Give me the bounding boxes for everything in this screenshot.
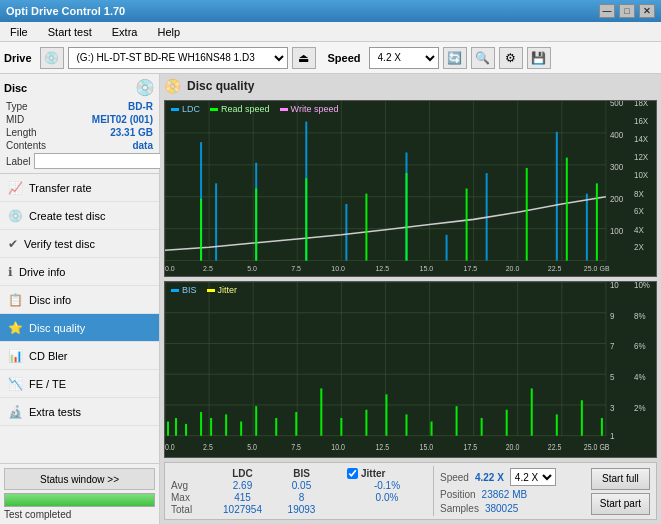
svg-text:10.0: 10.0 xyxy=(331,265,345,273)
sidebar-item-label-create-test: Create test disc xyxy=(29,210,105,222)
position-label: Position xyxy=(440,489,476,500)
chart-bottom-svg: 10 9 7 5 3 1 10% 8% 6% 4% 2% xyxy=(165,282,656,457)
refresh-button[interactable]: 🔄 xyxy=(443,47,467,69)
avg-bis: 0.05 xyxy=(274,480,329,491)
svg-rect-100 xyxy=(365,410,367,436)
samples-label: Samples xyxy=(440,503,479,514)
disc-length-value: 23.31 GB xyxy=(110,127,153,138)
menu-extra[interactable]: Extra xyxy=(106,24,144,40)
disc-length-label: Length xyxy=(6,127,37,138)
sidebar-item-cd-bler[interactable]: 📊 CD Bler xyxy=(0,342,159,370)
scan-button[interactable]: 🔍 xyxy=(471,47,495,69)
settings-button[interactable]: ⚙ xyxy=(499,47,523,69)
jitter-legend-label: Jitter xyxy=(218,285,238,295)
speed-label: Speed xyxy=(328,52,361,64)
sidebar-item-fe-te[interactable]: 📉 FE / TE xyxy=(0,370,159,398)
content-area: 📀 Disc quality LDC Read speed xyxy=(160,74,661,524)
legend-read-speed: Read speed xyxy=(210,104,270,114)
disc-quality-panel: 📀 Disc quality LDC Read speed xyxy=(160,74,661,524)
svg-rect-50 xyxy=(586,194,588,261)
read-speed-legend-dot xyxy=(210,108,218,111)
panel-title-text: Disc quality xyxy=(187,79,254,93)
menu-file[interactable]: File xyxy=(4,24,34,40)
svg-rect-89 xyxy=(175,418,177,436)
sidebar-item-extra-tests[interactable]: 🔬 Extra tests xyxy=(0,398,159,426)
svg-text:15.0: 15.0 xyxy=(420,442,434,452)
progress-bar-container xyxy=(4,493,155,507)
svg-text:3: 3 xyxy=(610,402,615,413)
menu-bar: File Start test Extra Help xyxy=(0,22,661,42)
svg-text:300: 300 xyxy=(610,163,624,172)
disc-icon: 💿 xyxy=(135,78,155,97)
total-jitter xyxy=(347,504,427,515)
sidebar-item-disc-quality[interactable]: ⭐ Disc quality xyxy=(0,314,159,342)
right-stats: Speed 4.22 X 4.2 X Position 23862 MB Sam… xyxy=(440,468,556,514)
disc-quality-icon: ⭐ xyxy=(8,321,23,335)
jitter-checkbox[interactable] xyxy=(347,468,358,479)
disc-mid-row: MID MEIT02 (001) xyxy=(4,114,155,125)
svg-text:7.5: 7.5 xyxy=(291,265,301,273)
menu-start-test[interactable]: Start test xyxy=(42,24,98,40)
write-speed-legend-label: Write speed xyxy=(291,104,339,114)
sidebar-item-label-cd-bler: CD Bler xyxy=(29,350,68,362)
eject-button[interactable]: ⏏ xyxy=(292,47,316,69)
chart-bottom-legend: BIS Jitter xyxy=(171,285,237,295)
maximize-button[interactable]: □ xyxy=(619,4,635,18)
status-text: Test completed xyxy=(4,509,155,520)
panel-title-icon: 📀 xyxy=(164,78,181,94)
save-button[interactable]: 💾 xyxy=(527,47,551,69)
avg-jitter: -0.1% xyxy=(347,480,427,491)
drive-info-icon: ℹ xyxy=(8,265,13,279)
svg-text:2%: 2% xyxy=(634,402,646,413)
sidebar-item-drive-info[interactable]: ℹ Drive info xyxy=(0,258,159,286)
max-bis: 8 xyxy=(274,492,329,503)
start-full-button[interactable]: Start full xyxy=(591,468,650,490)
avg-ldc: 2.69 xyxy=(215,480,270,491)
position-value: 23862 MB xyxy=(482,489,528,500)
disc-label-input[interactable] xyxy=(34,153,167,169)
speed-row: Speed 4.22 X 4.2 X xyxy=(440,468,556,486)
cd-bler-icon: 📊 xyxy=(8,349,23,363)
progress-bar-fill xyxy=(5,494,154,506)
sidebar-item-transfer-rate[interactable]: 📈 Transfer rate xyxy=(0,174,159,202)
svg-rect-54 xyxy=(365,194,367,261)
start-part-button[interactable]: Start part xyxy=(591,493,650,515)
svg-text:7.5: 7.5 xyxy=(291,442,301,452)
svg-rect-52 xyxy=(255,189,257,261)
sidebar-item-disc-info[interactable]: 📋 Disc info xyxy=(0,286,159,314)
svg-rect-109 xyxy=(581,400,583,435)
window-controls[interactable]: — □ ✕ xyxy=(599,4,655,18)
disc-contents-label: Contents xyxy=(6,140,46,151)
svg-text:6X: 6X xyxy=(634,207,644,216)
sidebar-item-verify-test-disc[interactable]: ✔ Verify test disc xyxy=(0,230,159,258)
sidebar-item-label-disc-info: Disc info xyxy=(29,294,71,306)
disc-mid-label: MID xyxy=(6,114,24,125)
status-window-button[interactable]: Status window >> xyxy=(4,468,155,490)
svg-text:9: 9 xyxy=(610,310,615,321)
chart-top-svg: 500 400 300 200 100 18X 16X 14X 12X 10X … xyxy=(165,101,656,276)
jitter-label: Jitter xyxy=(361,468,385,479)
svg-text:0.0: 0.0 xyxy=(165,442,175,452)
svg-text:5.0: 5.0 xyxy=(247,442,257,452)
drive-label: Drive xyxy=(4,52,32,64)
svg-rect-105 xyxy=(481,418,483,436)
svg-text:15.0: 15.0 xyxy=(420,265,434,273)
svg-rect-42 xyxy=(215,183,217,260)
menu-help[interactable]: Help xyxy=(151,24,186,40)
sidebar-item-create-test-disc[interactable]: 💿 Create test disc xyxy=(0,202,159,230)
close-button[interactable]: ✕ xyxy=(639,4,655,18)
stats-table: LDC BIS Jitter Avg 2.69 0.05 -0.1% Max xyxy=(171,468,427,515)
chart-bottom: BIS Jitter xyxy=(164,281,657,458)
drive-icon-btn[interactable]: 💿 xyxy=(40,47,64,69)
minimize-button[interactable]: — xyxy=(599,4,615,18)
svg-rect-94 xyxy=(240,422,242,436)
drive-select[interactable]: (G:) HL-DT-ST BD-RE WH16NS48 1.D3 xyxy=(68,47,288,69)
svg-rect-49 xyxy=(556,132,558,261)
speed-select-dropdown[interactable]: 4.2 X xyxy=(510,468,556,486)
speed-select[interactable]: 4.2 X xyxy=(369,47,439,69)
svg-rect-95 xyxy=(255,406,257,436)
svg-text:0.0: 0.0 xyxy=(165,265,175,273)
svg-text:17.5: 17.5 xyxy=(464,265,478,273)
sidebar-item-label-verify: Verify test disc xyxy=(24,238,95,250)
total-ldc: 1027954 xyxy=(215,504,270,515)
